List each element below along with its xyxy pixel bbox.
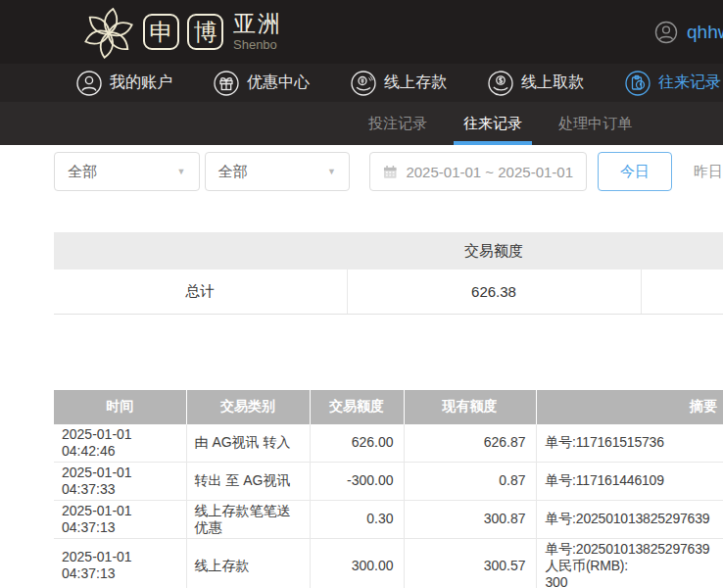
withdraw-icon: [488, 71, 513, 96]
cell-amount: -300.00: [310, 462, 404, 500]
summary-table: 交易额度 总计 626.38: [54, 232, 723, 315]
brand-subtitle: Shenbo: [233, 38, 282, 51]
brand-region: 亚洲: [233, 13, 282, 35]
col-time: 时间: [54, 390, 186, 424]
table-row: 2025-01-01 04:37:13 线上存款笔笔送优惠 0.30 300.8…: [54, 500, 723, 538]
col-amount: 交易额度: [310, 390, 404, 424]
calendar-icon: [383, 165, 397, 179]
cell-type: 线上存款: [186, 538, 310, 588]
cell-balance: 0.87: [404, 462, 536, 500]
filter-row: 全部 ▼ 全部 ▼ 2025-01-01 ~ 2025-01-01 今日 昨日: [54, 152, 723, 191]
category-select[interactable]: 全部 ▼: [54, 152, 200, 191]
nav-item-my-account[interactable]: 我的账户: [76, 71, 172, 96]
date-range-value: 2025-01-01 ~ 2025-01-01: [406, 164, 573, 180]
col-balance: 现有额度: [404, 390, 536, 424]
record-tabs: 投注记录 往来记录 处理中订单: [0, 102, 723, 145]
brand-logo[interactable]: 申 博 亚洲 Shenbo: [82, 4, 282, 61]
transactions-header-row: 时间 交易类别 交易额度 现有额度 摘要: [54, 390, 723, 424]
chevron-down-icon: ▼: [177, 167, 186, 176]
type-select-value: 全部: [218, 163, 248, 181]
summary-empty-cell: [641, 270, 723, 314]
content-area: 全部 ▼ 全部 ▼ 2025-01-01 ~ 2025-01-01 今日 昨日: [0, 152, 723, 588]
brand-char-1: 申: [143, 14, 179, 50]
records-icon: [625, 71, 651, 96]
deposit-icon: [351, 71, 376, 96]
yesterday-button[interactable]: 昨日: [694, 163, 723, 181]
summary-total-label: 总计: [54, 270, 347, 314]
cell-type: 转出 至 AG视讯: [186, 462, 310, 500]
cell-note: 单号:117161515736: [536, 424, 723, 463]
main-nav: 我的账户 优惠中心 线上存款 线上取款: [0, 64, 723, 102]
nav-item-online-deposit[interactable]: 线上存款: [351, 71, 447, 96]
username-label: qhhw: [687, 22, 723, 43]
tab-transaction-records[interactable]: 往来记录: [454, 102, 532, 145]
cell-amount: 626.00: [310, 424, 404, 463]
table-row: 2025-01-01 04:37:33 转出 至 AG视讯 -300.00 0.…: [54, 462, 723, 500]
transactions-table: 时间 交易类别 交易额度 现有额度 摘要 2025-01-01 04:42:46…: [54, 390, 723, 588]
cell-amount: 0.30: [310, 500, 404, 538]
summary-header-empty: [641, 232, 723, 270]
nav-item-promotions[interactable]: 优惠中心: [214, 71, 310, 96]
avatar-icon: [654, 21, 678, 44]
category-select-value: 全部: [68, 163, 97, 181]
table-row: 2025-01-01 04:37:13 线上存款 300.00 300.57 单…: [54, 538, 723, 588]
tab-pending-orders[interactable]: 处理中订单: [549, 102, 642, 145]
summary-header-row: 交易额度: [54, 232, 723, 270]
summary-total-row: 总计 626.38: [54, 270, 723, 314]
summary-header-empty: [54, 232, 347, 270]
user-icon: [76, 71, 102, 96]
summary-total-value: 626.38: [347, 270, 641, 314]
cell-balance: 300.87: [404, 500, 536, 538]
flower-logo-icon: [82, 4, 135, 61]
type-select[interactable]: 全部 ▼: [205, 152, 351, 191]
date-range-input[interactable]: 2025-01-01 ~ 2025-01-01: [369, 152, 587, 191]
col-note: 摘要: [536, 390, 723, 424]
cell-time: 2025-01-01 04:37:13: [54, 538, 186, 588]
cell-balance: 626.87: [404, 424, 536, 463]
cell-type: 由 AG视讯 转入: [186, 424, 310, 463]
cell-time: 2025-01-01 04:42:46: [54, 424, 186, 463]
nav-label: 往来记录: [658, 73, 721, 93]
cell-note: 单号:202501013825297639 人民币(RMB): 300: [536, 538, 723, 588]
chevron-down-icon: ▼: [327, 167, 336, 176]
top-brand-bar: 申 博 亚洲 Shenbo qhhw: [0, 0, 723, 64]
cell-note: 单号:117161446109: [536, 462, 723, 500]
brand-char-2: 博: [187, 14, 223, 50]
cell-time: 2025-01-01 04:37:33: [54, 462, 186, 500]
today-button[interactable]: 今日: [598, 152, 672, 191]
nav-label: 我的账户: [110, 73, 172, 93]
nav-label: 线上存款: [384, 73, 447, 93]
nav-label: 线上取款: [521, 73, 584, 93]
summary-header-amount: 交易额度: [347, 232, 641, 270]
nav-item-transaction-records[interactable]: 往来记录: [625, 71, 721, 96]
gift-icon: [214, 71, 239, 96]
tab-betting-records[interactable]: 投注记录: [359, 102, 437, 145]
cell-time: 2025-01-01 04:37:13: [54, 500, 186, 538]
col-type: 交易类别: [186, 390, 310, 424]
table-row: 2025-01-01 04:42:46 由 AG视讯 转入 626.00 626…: [54, 424, 723, 463]
nav-item-online-withdraw[interactable]: 线上取款: [488, 71, 584, 96]
user-account[interactable]: qhhw: [654, 0, 723, 64]
cell-amount: 300.00: [310, 538, 404, 588]
nav-label: 优惠中心: [247, 73, 310, 93]
cell-balance: 300.57: [404, 538, 536, 588]
cell-note: 单号:202501013825297639: [536, 500, 723, 538]
cell-type: 线上存款笔笔送优惠: [186, 500, 310, 538]
